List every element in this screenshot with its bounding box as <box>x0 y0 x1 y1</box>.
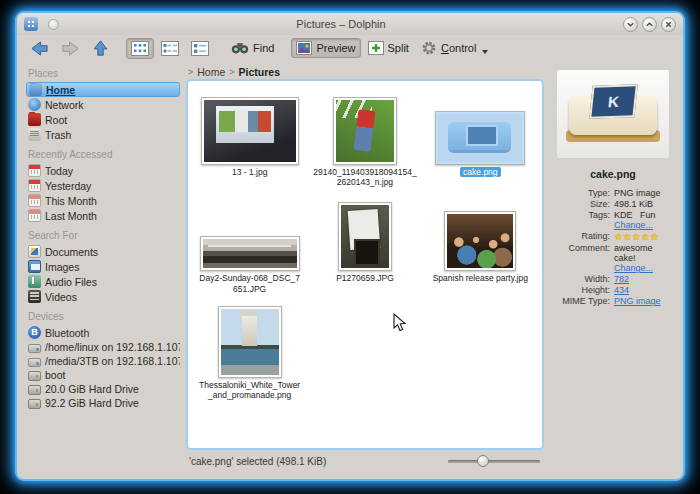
file-item-thessaloniki-white-tower-and-promanade-png[interactable]: Thessaloniki_White_Tower_and_promanade.p… <box>194 306 306 400</box>
sidebar-item-label: Home <box>46 84 75 96</box>
info-value: 498.1 KiB <box>614 199 653 209</box>
sidebar-item-home[interactable]: Home <box>26 82 180 97</box>
sidebar-item-bluetooth[interactable]: Bluetooth <box>26 325 180 340</box>
file-name-label: cake.png <box>460 167 501 177</box>
info-value-link[interactable]: 782 <box>614 274 629 284</box>
sidebar-item-92-2-gib-hard-drive[interactable]: 92.2 GiB Hard Drive <box>26 396 180 410</box>
sidebar-item-root[interactable]: Root <box>26 112 180 127</box>
file-thumbnail <box>221 309 279 375</box>
titlebar[interactable]: Pictures – Dolphin <box>17 13 683 35</box>
titlebar-sticky-button[interactable] <box>48 19 59 30</box>
sidebar-item-this-month[interactable]: This Month <box>26 193 180 208</box>
preview-button[interactable]: Preview <box>291 38 360 58</box>
control-gear-icon <box>421 40 437 56</box>
file-thumbnail-box <box>338 199 392 271</box>
info-label: Type: <box>554 188 610 198</box>
zoom-slider-handle[interactable] <box>477 455 489 467</box>
desktop-background: Pictures – Dolphin <box>0 0 700 494</box>
file-name-label: 13 - 1.jpg <box>232 167 267 177</box>
rating-stars: ★★★★★ <box>614 231 659 242</box>
sidebar-item-label: Network <box>45 99 84 111</box>
sidebar-item-documents[interactable]: Documents <box>26 244 180 259</box>
network-icon <box>28 98 41 111</box>
sidebar-item-boot[interactable]: boot <box>26 368 180 382</box>
breadcrumb-item-pictures[interactable]: Pictures <box>239 66 280 78</box>
sidebar-item-network[interactable]: Network <box>26 97 180 112</box>
info-value-cell: PNG image <box>614 296 672 306</box>
sidebar-item-label: Root <box>45 114 67 126</box>
sidebar-item-trash[interactable]: Trash <box>26 127 180 142</box>
split-icon <box>368 41 384 55</box>
sidebar-section-header: Search For <box>28 230 180 241</box>
info-file-name: cake.png <box>590 168 636 180</box>
preview-icon <box>296 41 312 55</box>
info-value-cell: 782 <box>614 274 672 284</box>
app-menu-icon[interactable] <box>24 17 38 31</box>
sidebar-item-label: Last Month <box>45 210 97 222</box>
info-value-cell: awesome cake!Change... <box>614 243 672 273</box>
documents-icon <box>28 245 41 258</box>
zoom-slider-track <box>448 460 540 463</box>
zoom-slider[interactable] <box>448 454 540 468</box>
sidebar-item-videos[interactable]: Videos <box>26 289 180 304</box>
maximize-button[interactable] <box>642 17 657 32</box>
split-button[interactable]: Split <box>363 38 414 58</box>
file-item-spanish-release-party-jpg[interactable]: Spanish release party.jpg <box>424 199 536 293</box>
file-thumbnail <box>204 100 296 162</box>
file-thumbnail <box>447 214 513 268</box>
sidebar-item-label: Images <box>45 261 79 273</box>
close-button[interactable] <box>661 17 676 32</box>
file-thumbnail-box <box>444 199 516 271</box>
file-item-cake-png[interactable]: cake.png <box>424 93 536 187</box>
sidebar-section-header: Devices <box>28 311 180 322</box>
info-value: PNG image <box>614 188 661 198</box>
sidebar-item-audio-files[interactable]: Audio Files <box>26 274 180 289</box>
details-view-button[interactable] <box>186 38 214 59</box>
file-item-29140-119403918094154-2620143-n-jpg[interactable]: 29140_119403918094154_2620143_n.jpg <box>309 93 421 187</box>
info-label: Comment: <box>554 243 610 273</box>
control-button[interactable]: Control <box>416 37 493 59</box>
info-value-cell: 498.1 KiB <box>614 199 672 209</box>
info-value-cell: 434 <box>614 285 672 295</box>
back-button[interactable] <box>25 37 54 60</box>
hard-drive-icon <box>28 399 41 409</box>
folder-view[interactable]: 13 - 1.jpg29140_119403918094154_2620143_… <box>186 79 544 450</box>
info-label: Rating: <box>554 231 610 242</box>
sidebar-item-today[interactable]: Today <box>26 163 180 178</box>
minimize-button[interactable] <box>623 17 638 32</box>
sidebar-item-label: /home/linux on 192.168.1.107 <box>45 341 180 353</box>
sidebar-item-images[interactable]: Images <box>26 259 180 274</box>
up-button[interactable] <box>87 36 114 60</box>
sidebar-item-last-month[interactable]: Last Month <box>26 208 180 223</box>
change-link[interactable]: Change... <box>614 263 672 273</box>
cal-icon <box>28 194 41 207</box>
hard-drive-icon <box>28 385 41 395</box>
file-item-13-1-jpg[interactable]: 13 - 1.jpg <box>194 93 306 187</box>
file-thumbnail-box <box>333 93 397 165</box>
center-column: >Home>Pictures 13 - 1.jpg29140_119403918… <box>186 64 544 470</box>
sidebar-item-20-0-gib-hard-drive[interactable]: 20.0 GiB Hard Drive <box>26 382 180 396</box>
compact-view-button[interactable] <box>156 38 184 59</box>
cal-icon <box>28 179 41 192</box>
file-item-p1270659-jpg[interactable]: P1270659.JPG <box>309 199 421 293</box>
bluetooth-icon <box>28 326 41 339</box>
sidebar-item-label: Videos <box>45 291 77 303</box>
sidebar-item-media-3tb-on-192-168-1-107[interactable]: /media/3TB on 192.168.1.107 <box>26 354 180 368</box>
info-value-link[interactable]: PNG image <box>614 296 661 306</box>
icons-view-button[interactable] <box>126 38 154 59</box>
breadcrumb-item-home[interactable]: Home <box>197 66 225 78</box>
info-label: Height: <box>554 285 610 295</box>
info-label: Size: <box>554 199 610 209</box>
up-icon <box>92 39 109 57</box>
sidebar-item-home-linux-on-192-168-1-107[interactable]: /home/linux on 192.168.1.107 <box>26 340 180 354</box>
file-name-label: P1270659.JPG <box>336 273 394 283</box>
info-value-link[interactable]: 434 <box>614 285 629 295</box>
change-link[interactable]: Change... <box>614 220 672 230</box>
file-item-day2-sunday-068-dsc-7651-jpg[interactable]: Day2-Sunday-068_DSC_7651.JPG <box>194 199 306 293</box>
forward-button[interactable] <box>56 37 85 60</box>
sidebar-item-yesterday[interactable]: Yesterday <box>26 178 180 193</box>
maximize-icon <box>645 20 654 29</box>
find-button[interactable]: Find <box>226 38 279 58</box>
file-thumbnail-frame <box>338 202 392 271</box>
close-icon <box>664 20 673 29</box>
